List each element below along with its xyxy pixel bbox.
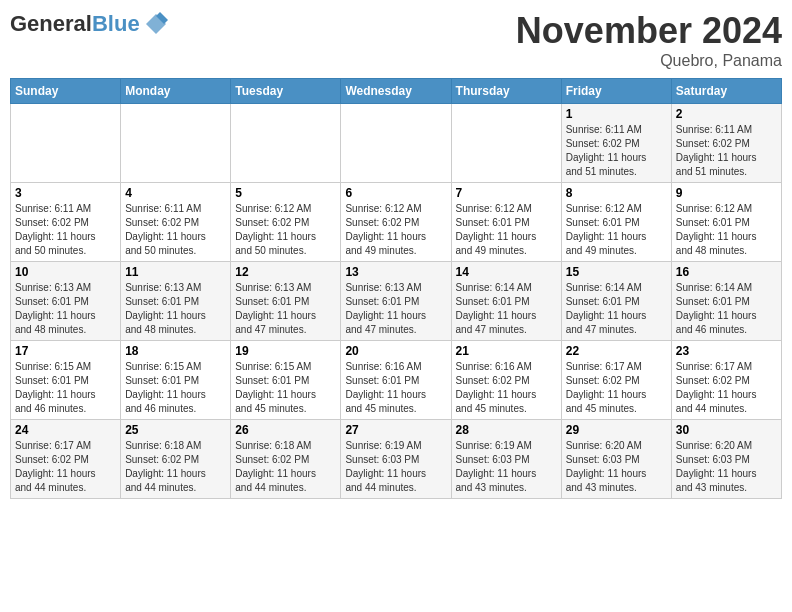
day-info: Sunrise: 6:20 AM Sunset: 6:03 PM Dayligh…	[676, 439, 777, 495]
calendar-header: SundayMondayTuesdayWednesdayThursdayFrid…	[11, 79, 782, 104]
calendar-cell: 6Sunrise: 6:12 AM Sunset: 6:02 PM Daylig…	[341, 183, 451, 262]
weekday-header-sunday: Sunday	[11, 79, 121, 104]
calendar-cell: 19Sunrise: 6:15 AM Sunset: 6:01 PM Dayli…	[231, 341, 341, 420]
day-info: Sunrise: 6:15 AM Sunset: 6:01 PM Dayligh…	[235, 360, 336, 416]
day-info: Sunrise: 6:14 AM Sunset: 6:01 PM Dayligh…	[676, 281, 777, 337]
month-title: November 2024	[516, 10, 782, 52]
day-number: 1	[566, 107, 667, 121]
calendar-cell: 13Sunrise: 6:13 AM Sunset: 6:01 PM Dayli…	[341, 262, 451, 341]
calendar-cell: 26Sunrise: 6:18 AM Sunset: 6:02 PM Dayli…	[231, 420, 341, 499]
calendar-cell: 2Sunrise: 6:11 AM Sunset: 6:02 PM Daylig…	[671, 104, 781, 183]
weekday-header-wednesday: Wednesday	[341, 79, 451, 104]
calendar-table: SundayMondayTuesdayWednesdayThursdayFrid…	[10, 78, 782, 499]
day-number: 18	[125, 344, 226, 358]
day-number: 22	[566, 344, 667, 358]
day-number: 6	[345, 186, 446, 200]
calendar-week-5: 24Sunrise: 6:17 AM Sunset: 6:02 PM Dayli…	[11, 420, 782, 499]
weekday-header-thursday: Thursday	[451, 79, 561, 104]
page-header: GeneralBlue November 2024 Quebro, Panama	[10, 10, 782, 70]
day-info: Sunrise: 6:18 AM Sunset: 6:02 PM Dayligh…	[125, 439, 226, 495]
calendar-cell: 4Sunrise: 6:11 AM Sunset: 6:02 PM Daylig…	[121, 183, 231, 262]
calendar-week-4: 17Sunrise: 6:15 AM Sunset: 6:01 PM Dayli…	[11, 341, 782, 420]
day-number: 29	[566, 423, 667, 437]
day-number: 30	[676, 423, 777, 437]
day-info: Sunrise: 6:12 AM Sunset: 6:02 PM Dayligh…	[345, 202, 446, 258]
weekday-header-friday: Friday	[561, 79, 671, 104]
calendar-cell: 1Sunrise: 6:11 AM Sunset: 6:02 PM Daylig…	[561, 104, 671, 183]
day-info: Sunrise: 6:14 AM Sunset: 6:01 PM Dayligh…	[456, 281, 557, 337]
calendar-cell	[231, 104, 341, 183]
calendar-cell: 24Sunrise: 6:17 AM Sunset: 6:02 PM Dayli…	[11, 420, 121, 499]
day-number: 20	[345, 344, 446, 358]
day-number: 19	[235, 344, 336, 358]
day-info: Sunrise: 6:16 AM Sunset: 6:02 PM Dayligh…	[456, 360, 557, 416]
logo-general: General	[10, 11, 92, 36]
logo-blue: Blue	[92, 11, 140, 36]
day-info: Sunrise: 6:12 AM Sunset: 6:01 PM Dayligh…	[456, 202, 557, 258]
day-info: Sunrise: 6:11 AM Sunset: 6:02 PM Dayligh…	[125, 202, 226, 258]
day-number: 25	[125, 423, 226, 437]
weekday-header-saturday: Saturday	[671, 79, 781, 104]
day-number: 24	[15, 423, 116, 437]
day-info: Sunrise: 6:13 AM Sunset: 6:01 PM Dayligh…	[235, 281, 336, 337]
day-number: 5	[235, 186, 336, 200]
calendar-cell	[11, 104, 121, 183]
day-number: 16	[676, 265, 777, 279]
day-number: 7	[456, 186, 557, 200]
logo-icon	[142, 10, 170, 38]
calendar-cell: 27Sunrise: 6:19 AM Sunset: 6:03 PM Dayli…	[341, 420, 451, 499]
calendar-week-3: 10Sunrise: 6:13 AM Sunset: 6:01 PM Dayli…	[11, 262, 782, 341]
calendar-cell: 17Sunrise: 6:15 AM Sunset: 6:01 PM Dayli…	[11, 341, 121, 420]
calendar-cell	[341, 104, 451, 183]
calendar-cell: 28Sunrise: 6:19 AM Sunset: 6:03 PM Dayli…	[451, 420, 561, 499]
day-number: 15	[566, 265, 667, 279]
day-number: 21	[456, 344, 557, 358]
day-number: 3	[15, 186, 116, 200]
day-number: 11	[125, 265, 226, 279]
logo: GeneralBlue	[10, 10, 170, 38]
day-info: Sunrise: 6:17 AM Sunset: 6:02 PM Dayligh…	[15, 439, 116, 495]
day-info: Sunrise: 6:17 AM Sunset: 6:02 PM Dayligh…	[676, 360, 777, 416]
calendar-cell: 22Sunrise: 6:17 AM Sunset: 6:02 PM Dayli…	[561, 341, 671, 420]
day-info: Sunrise: 6:19 AM Sunset: 6:03 PM Dayligh…	[456, 439, 557, 495]
calendar-cell: 29Sunrise: 6:20 AM Sunset: 6:03 PM Dayli…	[561, 420, 671, 499]
calendar-cell: 20Sunrise: 6:16 AM Sunset: 6:01 PM Dayli…	[341, 341, 451, 420]
calendar-week-2: 3Sunrise: 6:11 AM Sunset: 6:02 PM Daylig…	[11, 183, 782, 262]
day-info: Sunrise: 6:16 AM Sunset: 6:01 PM Dayligh…	[345, 360, 446, 416]
day-info: Sunrise: 6:11 AM Sunset: 6:02 PM Dayligh…	[15, 202, 116, 258]
day-info: Sunrise: 6:14 AM Sunset: 6:01 PM Dayligh…	[566, 281, 667, 337]
day-number: 9	[676, 186, 777, 200]
day-info: Sunrise: 6:19 AM Sunset: 6:03 PM Dayligh…	[345, 439, 446, 495]
day-info: Sunrise: 6:13 AM Sunset: 6:01 PM Dayligh…	[15, 281, 116, 337]
day-info: Sunrise: 6:11 AM Sunset: 6:02 PM Dayligh…	[566, 123, 667, 179]
day-number: 14	[456, 265, 557, 279]
day-number: 10	[15, 265, 116, 279]
weekday-header-tuesday: Tuesday	[231, 79, 341, 104]
day-info: Sunrise: 6:20 AM Sunset: 6:03 PM Dayligh…	[566, 439, 667, 495]
calendar-cell: 21Sunrise: 6:16 AM Sunset: 6:02 PM Dayli…	[451, 341, 561, 420]
day-info: Sunrise: 6:11 AM Sunset: 6:02 PM Dayligh…	[676, 123, 777, 179]
day-number: 23	[676, 344, 777, 358]
day-info: Sunrise: 6:12 AM Sunset: 6:02 PM Dayligh…	[235, 202, 336, 258]
calendar-cell: 7Sunrise: 6:12 AM Sunset: 6:01 PM Daylig…	[451, 183, 561, 262]
day-info: Sunrise: 6:15 AM Sunset: 6:01 PM Dayligh…	[15, 360, 116, 416]
day-number: 12	[235, 265, 336, 279]
calendar-cell: 12Sunrise: 6:13 AM Sunset: 6:01 PM Dayli…	[231, 262, 341, 341]
calendar-cell: 11Sunrise: 6:13 AM Sunset: 6:01 PM Dayli…	[121, 262, 231, 341]
calendar-cell	[121, 104, 231, 183]
day-number: 8	[566, 186, 667, 200]
day-number: 26	[235, 423, 336, 437]
day-number: 2	[676, 107, 777, 121]
location-subtitle: Quebro, Panama	[516, 52, 782, 70]
calendar-cell	[451, 104, 561, 183]
calendar-cell: 9Sunrise: 6:12 AM Sunset: 6:01 PM Daylig…	[671, 183, 781, 262]
day-info: Sunrise: 6:13 AM Sunset: 6:01 PM Dayligh…	[125, 281, 226, 337]
day-number: 28	[456, 423, 557, 437]
calendar-cell: 30Sunrise: 6:20 AM Sunset: 6:03 PM Dayli…	[671, 420, 781, 499]
calendar-cell: 3Sunrise: 6:11 AM Sunset: 6:02 PM Daylig…	[11, 183, 121, 262]
calendar-cell: 18Sunrise: 6:15 AM Sunset: 6:01 PM Dayli…	[121, 341, 231, 420]
title-block: November 2024 Quebro, Panama	[516, 10, 782, 70]
calendar-cell: 15Sunrise: 6:14 AM Sunset: 6:01 PM Dayli…	[561, 262, 671, 341]
day-number: 17	[15, 344, 116, 358]
day-info: Sunrise: 6:12 AM Sunset: 6:01 PM Dayligh…	[566, 202, 667, 258]
